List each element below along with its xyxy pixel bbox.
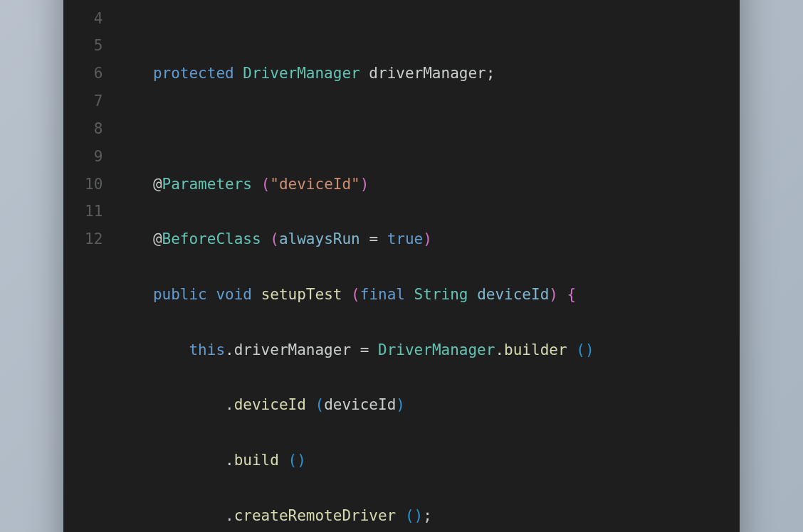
code-line: @BeforeClass (alwaysRun = true) — [117, 225, 594, 253]
line-number: 10 — [85, 171, 103, 198]
editor-window: 1 2 3 4 5 6 7 8 9 10 11 12 public class … — [63, 0, 740, 532]
code-line: public void setupTest (final String devi… — [117, 281, 594, 309]
line-number: 9 — [85, 143, 103, 171]
line-number: 6 — [85, 60, 103, 87]
line-number: 12 — [85, 225, 103, 253]
code-line: protected DriverManager driverManager; — [117, 60, 594, 87]
code-content[interactable]: public class BaseTest { protected Driver… — [117, 0, 594, 532]
code-line: .deviceId (deviceId) — [117, 391, 594, 419]
code-line — [117, 115, 594, 143]
line-number: 4 — [85, 5, 103, 33]
code-line — [117, 5, 594, 33]
line-number: 8 — [85, 115, 103, 143]
line-number: 7 — [85, 87, 103, 115]
line-numbers-gutter: 1 2 3 4 5 6 7 8 9 10 11 12 — [85, 0, 117, 532]
code-line: this.driverManager = DriverManager.build… — [117, 336, 594, 364]
code-line: .build () — [117, 447, 594, 474]
code-area: 1 2 3 4 5 6 7 8 9 10 11 12 public class … — [85, 0, 718, 532]
code-line: @Parameters ("deviceId") — [117, 171, 594, 198]
line-number: 11 — [85, 198, 103, 225]
code-line: .createRemoteDriver (); — [117, 502, 594, 530]
line-number: 5 — [85, 32, 103, 60]
